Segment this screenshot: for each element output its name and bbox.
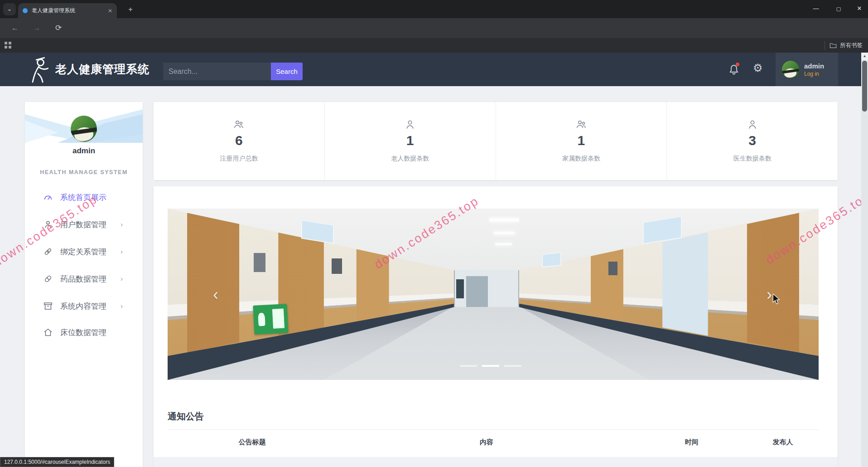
sidebar-item-bindings[interactable]: 绑定关系管理 › — [25, 243, 143, 261]
column-header: 公告标题 — [168, 438, 337, 447]
home-icon — [43, 327, 53, 337]
screen: ⌄ 老人健康管理系统 ✕ + — ▢ ✕ ← → ⟳ i 127.0.0.1:5… — [0, 0, 868, 467]
tab-search-button[interactable]: ⌄ — [3, 3, 16, 15]
stat-elderly-records: 1 老人数据条数 — [324, 102, 496, 180]
forward-icon[interactable]: → — [32, 23, 42, 33]
page-body: admin HEALTH MANAGE SYSTEM 系统首页展示 用户数据管理… — [0, 86, 868, 467]
search-input[interactable] — [163, 63, 271, 80]
stat-value: 6 — [154, 133, 324, 148]
browser-tab[interactable]: 老人健康管理系统 ✕ — [18, 3, 117, 18]
all-bookmarks-label: 所有书签 — [840, 42, 863, 49]
sidebar-item-label: 绑定关系管理 — [60, 247, 106, 257]
scrollbar-up-arrow[interactable]: ▲ — [861, 53, 868, 60]
chevron-right-icon: › — [121, 275, 123, 282]
sidebar-item-label: 系统首页展示 — [60, 192, 106, 203]
user-panel[interactable]: admin Log in — [776, 53, 838, 86]
carousel-dot[interactable] — [460, 365, 477, 367]
sidebar-item-label: 床位数据管理 — [60, 327, 106, 338]
stat-registered-users: 6 注册用户总数 — [154, 102, 324, 180]
reload-icon[interactable]: ⟳ — [53, 23, 63, 33]
sidebar-item-label: 用户数据管理 — [60, 219, 106, 230]
window-maximize-button[interactable]: ▢ — [828, 0, 849, 17]
stat-doctor-records: 3 医生数据条数 — [666, 102, 838, 180]
sidebar-item-beds[interactable]: 床位数据管理 — [25, 323, 143, 341]
sidebar-item-label: 药品数据管理 — [60, 274, 106, 284]
stat-family-records: 1 家属数据条数 — [496, 102, 667, 180]
all-bookmarks-button[interactable]: 所有书签 — [829, 38, 863, 53]
window-close-button[interactable]: ✕ — [849, 0, 868, 17]
user-icon — [43, 219, 53, 229]
tab-title: 老人健康管理系统 — [32, 7, 104, 15]
capsule-pill-icon — [43, 274, 53, 284]
stats-card: 6 注册用户总数 1 老人数据条数 1 家属数据条数 3 医生数据条数 — [154, 102, 838, 180]
main-card: ‹ › 通知公告 公告标题 内容 时间 发布人 — [154, 186, 838, 467]
column-header: 发布人 — [747, 438, 819, 447]
carousel-prev-arrow[interactable]: ‹ — [213, 287, 218, 303]
exit-sign — [253, 304, 288, 335]
carousel-dot-active[interactable] — [482, 365, 499, 367]
sidebar: admin HEALTH MANAGE SYSTEM 系统首页展示 用户数据管理… — [25, 102, 143, 467]
sidebar-item-users[interactable]: 用户数据管理 › — [25, 215, 143, 234]
scrollbar[interactable]: ▲ — [861, 53, 868, 467]
sidebar-system-label: HEALTH MANAGE SYSTEM — [25, 169, 143, 175]
stat-value: 1 — [325, 133, 496, 148]
column-header: 时间 — [637, 438, 747, 447]
notification-dot — [736, 63, 739, 66]
divider — [168, 429, 819, 430]
stat-label: 家属数据条数 — [496, 155, 667, 163]
stat-value: 1 — [496, 133, 667, 148]
bookmarks-separator — [825, 41, 825, 50]
back-icon[interactable]: ← — [10, 23, 20, 33]
browser-toolbar: ← → ⟳ i 127.0.0.1:5000 ☆ L 重新启动即可更新 ⋮ — [0, 18, 868, 38]
person-icon — [747, 118, 758, 131]
sidebar-username: admin — [25, 146, 143, 156]
carousel[interactable]: ‹ › — [168, 209, 819, 380]
notice-table-header: 公告标题 内容 时间 发布人 — [168, 432, 819, 452]
column-header: 内容 — [337, 438, 637, 447]
table-row — [154, 457, 838, 467]
chevron-right-icon: › — [121, 248, 123, 255]
sidebar-item-content[interactable]: 系统内容管理 › — [25, 297, 143, 315]
dashboard-gauge-icon — [43, 192, 53, 202]
chevron-right-icon: › — [121, 302, 123, 310]
app-header: 老人健康管理系统 Search ⚙ admin Log in — [0, 53, 868, 86]
chevron-right-icon: › — [121, 221, 123, 228]
person-icon — [404, 118, 416, 131]
settings-gear-icon[interactable]: ⚙ — [753, 62, 763, 74]
sidebar-item-label: 系统内容管理 — [60, 301, 106, 311]
header-username: admin — [804, 62, 824, 70]
app-title: 老人健康管理系统 — [55, 62, 149, 77]
window-minimize-button[interactable]: — — [805, 0, 826, 17]
stat-value: 3 — [667, 133, 838, 148]
stat-label: 注册用户总数 — [154, 155, 324, 163]
people-icon — [233, 118, 245, 131]
status-link-tooltip: 127.0.0.1:5000/#carouselExampleIndicator… — [0, 457, 114, 467]
scrollbar-thumb[interactable] — [862, 61, 867, 112]
tab-close-icon[interactable]: ✕ — [108, 8, 112, 14]
login-link[interactable]: Log in — [804, 71, 824, 77]
notification-bell-icon[interactable] — [728, 63, 740, 75]
favicon — [23, 8, 28, 13]
people-icon — [575, 118, 587, 131]
folder-icon — [829, 42, 837, 49]
stat-label: 医生数据条数 — [667, 155, 838, 163]
carousel-indicators[interactable] — [460, 365, 521, 367]
browser-tabstrip: ⌄ 老人健康管理系统 ✕ + — ▢ ✕ — [0, 0, 868, 18]
new-tab-button[interactable]: + — [125, 4, 136, 15]
mouse-cursor — [771, 294, 781, 305]
notice-title: 通知公告 — [168, 410, 204, 423]
sidebar-avatar — [71, 116, 97, 142]
sidebar-item-medicine[interactable]: 药品数据管理 › — [25, 270, 143, 288]
user-avatar — [782, 61, 799, 78]
archive-box-icon — [43, 301, 53, 311]
corridor-far-wall — [454, 270, 519, 307]
search-button[interactable]: Search — [271, 63, 303, 80]
bookmarks-bar: 所有书签 — [0, 38, 868, 53]
stat-label: 老人数据条数 — [325, 155, 496, 163]
carousel-dot[interactable] — [504, 365, 521, 367]
logo-elder-icon — [26, 55, 52, 83]
apps-grid-icon[interactable] — [5, 42, 11, 49]
sidebar-item-home[interactable]: 系统首页展示 — [25, 188, 143, 206]
link-chain-icon — [43, 247, 53, 257]
